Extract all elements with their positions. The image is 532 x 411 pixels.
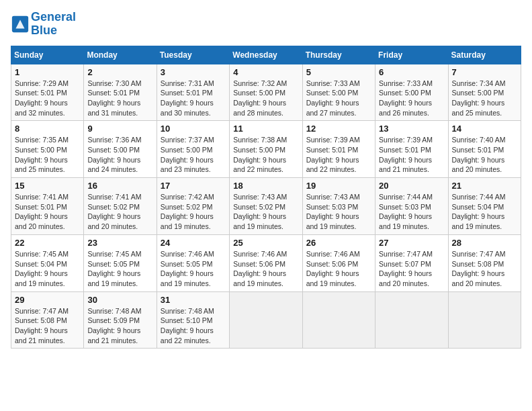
sunset-label: Sunset: 5:00 PM [379,89,431,97]
logo: General Blue [11,11,76,38]
calendar-cell: 11 Sunrise: 7:38 AM Sunset: 5:00 PM Dayl… [230,121,302,178]
calendar-cell: 4 Sunrise: 7:32 AM Sunset: 5:00 PM Dayli… [230,64,302,121]
daylight-label: Daylight: 9 hours and 20 minutes. [15,212,68,230]
day-info: Sunrise: 7:45 AM Sunset: 5:05 PM Dayligh… [87,249,152,289]
daylight-label: Daylight: 9 hours and 30 minutes. [161,99,214,117]
sunrise-label: Sunrise: 7:44 AM [452,193,506,201]
sunrise-label: Sunrise: 7:41 AM [87,193,141,201]
day-number: 24 [161,238,226,248]
sunrise-label: Sunrise: 7:45 AM [15,250,69,258]
calendar-cell: 15 Sunrise: 7:41 AM Sunset: 5:01 PM Dayl… [11,178,84,235]
sunset-label: Sunset: 5:10 PM [161,316,213,324]
calendar-cell: 10 Sunrise: 7:37 AM Sunset: 5:00 PM Dayl… [157,121,229,178]
sunrise-label: Sunrise: 7:38 AM [233,136,287,144]
calendar-cell: 7 Sunrise: 7:34 AM Sunset: 5:00 PM Dayli… [448,64,521,121]
sunset-label: Sunset: 5:01 PM [306,146,359,154]
weekday-header-thursday: Thursday [302,46,375,64]
daylight-label: Daylight: 9 hours and 19 minutes. [161,212,214,230]
daylight-label: Daylight: 9 hours and 20 minutes. [87,212,140,230]
day-info: Sunrise: 7:41 AM Sunset: 5:02 PM Dayligh… [87,192,152,232]
daylight-label: Daylight: 9 hours and 19 minutes. [306,212,359,230]
calendar-cell: 8 Sunrise: 7:35 AM Sunset: 5:00 PM Dayli… [11,121,84,178]
sunset-label: Sunset: 5:01 PM [379,146,431,154]
day-info: Sunrise: 7:46 AM Sunset: 5:06 PM Dayligh… [233,249,298,289]
sunset-label: Sunset: 5:06 PM [233,260,285,268]
daylight-label: Daylight: 9 hours and 19 minutes. [161,269,214,287]
day-number: 22 [15,238,80,248]
daylight-label: Daylight: 9 hours and 19 minutes. [306,269,359,287]
sunset-label: Sunset: 5:04 PM [15,260,67,268]
daylight-label: Daylight: 9 hours and 19 minutes. [87,269,140,287]
day-info: Sunrise: 7:36 AM Sunset: 5:00 PM Dayligh… [87,135,152,175]
day-info: Sunrise: 7:47 AM Sunset: 5:08 PM Dayligh… [15,306,80,346]
daylight-label: Daylight: 9 hours and 23 minutes. [161,156,214,174]
day-info: Sunrise: 7:48 AM Sunset: 5:10 PM Dayligh… [161,306,226,346]
calendar-cell: 5 Sunrise: 7:33 AM Sunset: 5:00 PM Dayli… [302,64,375,121]
sunset-label: Sunset: 5:08 PM [15,316,67,324]
daylight-label: Daylight: 9 hours and 20 minutes. [452,269,505,287]
sunrise-label: Sunrise: 7:47 AM [379,250,433,258]
sunrise-label: Sunrise: 7:33 AM [379,79,433,87]
sunrise-label: Sunrise: 7:42 AM [161,193,214,201]
day-number: 9 [87,124,152,134]
sunset-label: Sunset: 5:00 PM [15,146,67,154]
page-header: General Blue [11,11,521,38]
daylight-label: Daylight: 9 hours and 22 minutes. [233,156,286,174]
day-info: Sunrise: 7:35 AM Sunset: 5:00 PM Dayligh… [15,135,80,175]
day-number: 1 [15,67,80,77]
day-number: 25 [233,238,298,248]
daylight-label: Daylight: 9 hours and 25 minutes. [15,156,68,174]
weekday-header-saturday: Saturday [448,46,521,64]
logo-icon [11,15,30,34]
day-number: 28 [452,238,517,248]
sunrise-label: Sunrise: 7:45 AM [87,250,141,258]
calendar-cell: 31 Sunrise: 7:48 AM Sunset: 5:10 PM Dayl… [157,291,229,349]
sunrise-label: Sunrise: 7:31 AM [161,79,214,87]
day-number: 3 [161,67,226,77]
day-info: Sunrise: 7:37 AM Sunset: 5:00 PM Dayligh… [161,135,226,175]
sunrise-label: Sunrise: 7:40 AM [452,136,506,144]
calendar-table: SundayMondayTuesdayWednesdayThursdayFrid… [11,46,521,349]
day-number: 17 [161,181,226,191]
daylight-label: Daylight: 9 hours and 19 minutes. [233,212,286,230]
day-info: Sunrise: 7:46 AM Sunset: 5:05 PM Dayligh… [161,249,226,289]
calendar-cell: 30 Sunrise: 7:48 AM Sunset: 5:09 PM Dayl… [84,291,157,349]
day-info: Sunrise: 7:40 AM Sunset: 5:01 PM Dayligh… [452,135,517,175]
calendar-cell: 29 Sunrise: 7:47 AM Sunset: 5:08 PM Dayl… [11,291,84,349]
daylight-label: Daylight: 9 hours and 19 minutes. [15,269,68,287]
daylight-label: Daylight: 9 hours and 28 minutes. [233,99,286,117]
calendar-cell: 21 Sunrise: 7:44 AM Sunset: 5:04 PM Dayl… [448,178,521,235]
sunset-label: Sunset: 5:01 PM [87,89,140,97]
sunset-label: Sunset: 5:01 PM [452,146,504,154]
sunrise-label: Sunrise: 7:46 AM [233,250,287,258]
sunrise-label: Sunrise: 7:34 AM [452,79,506,87]
sunrise-label: Sunrise: 7:39 AM [379,136,433,144]
day-info: Sunrise: 7:38 AM Sunset: 5:00 PM Dayligh… [233,135,298,175]
calendar-cell: 2 Sunrise: 7:30 AM Sunset: 5:01 PM Dayli… [84,64,157,121]
calendar-cell: 24 Sunrise: 7:46 AM Sunset: 5:05 PM Dayl… [157,234,229,291]
daylight-label: Daylight: 9 hours and 27 minutes. [306,99,359,117]
calendar-cell: 17 Sunrise: 7:42 AM Sunset: 5:02 PM Dayl… [157,178,229,235]
day-info: Sunrise: 7:43 AM Sunset: 5:03 PM Dayligh… [306,192,371,232]
calendar-cell: 14 Sunrise: 7:40 AM Sunset: 5:01 PM Dayl… [448,121,521,178]
day-number: 10 [161,124,226,134]
sunrise-label: Sunrise: 7:43 AM [306,193,360,201]
day-info: Sunrise: 7:44 AM Sunset: 5:04 PM Dayligh… [452,192,517,232]
day-info: Sunrise: 7:48 AM Sunset: 5:09 PM Dayligh… [87,306,152,346]
day-number: 26 [306,238,371,248]
day-number: 23 [87,238,152,248]
sunrise-label: Sunrise: 7:35 AM [15,136,69,144]
sunrise-label: Sunrise: 7:37 AM [161,136,214,144]
day-number: 31 [161,295,226,305]
daylight-label: Daylight: 9 hours and 26 minutes. [379,99,432,117]
day-number: 5 [306,67,371,77]
calendar-cell: 28 Sunrise: 7:47 AM Sunset: 5:08 PM Dayl… [448,234,521,291]
sunrise-label: Sunrise: 7:41 AM [15,193,69,201]
calendar-cell: 13 Sunrise: 7:39 AM Sunset: 5:01 PM Dayl… [375,121,448,178]
logo-text: General Blue [31,11,76,38]
day-info: Sunrise: 7:39 AM Sunset: 5:01 PM Dayligh… [379,135,444,175]
sunset-label: Sunset: 5:00 PM [233,146,285,154]
sunrise-label: Sunrise: 7:36 AM [87,136,141,144]
sunrise-label: Sunrise: 7:30 AM [87,79,141,87]
sunset-label: Sunset: 5:07 PM [379,260,431,268]
